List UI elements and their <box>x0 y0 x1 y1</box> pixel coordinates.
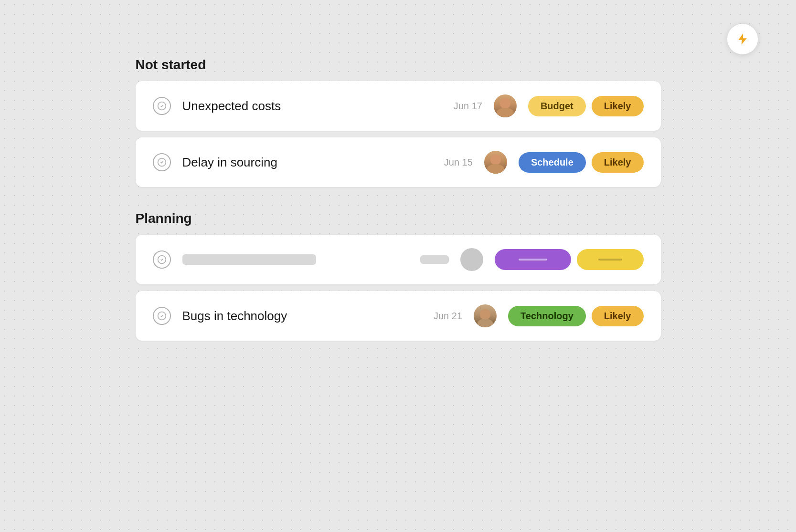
section-planning: Planning <box>136 211 661 341</box>
check-icon-loading <box>153 250 171 269</box>
tags-delay-sourcing: Schedule Likely <box>519 152 644 173</box>
avatar-loading <box>460 248 483 271</box>
task-name-delay-sourcing: Delay in sourcing <box>182 155 433 170</box>
tags-bugs-technology: Technology Likely <box>508 306 643 326</box>
tags-loading <box>495 249 644 270</box>
check-icon-bugs-technology[interactable] <box>153 307 171 325</box>
check-icon-delay-sourcing[interactable] <box>153 153 171 171</box>
section-not-started: Not started Unexpected costs Jun 17 Budg… <box>136 57 661 187</box>
task-date-loading <box>420 255 449 264</box>
tag-likely-2[interactable]: Likely <box>592 152 644 173</box>
task-name-loading <box>182 254 316 265</box>
avatar-bugs-technology <box>474 304 497 327</box>
task-name-bugs-technology: Bugs in technology <box>182 309 422 323</box>
check-icon-unexpected-costs[interactable] <box>153 97 171 115</box>
task-date-unexpected-costs: Jun 17 <box>454 101 482 112</box>
tag-likely-3[interactable]: Likely <box>592 306 644 326</box>
tag-likely-1[interactable]: Likely <box>592 96 644 116</box>
card-bugs-technology[interactable]: Bugs in technology Jun 21 Technology Lik… <box>136 291 661 341</box>
main-container: Not started Unexpected costs Jun 17 Budg… <box>136 57 661 347</box>
tag-budget[interactable]: Budget <box>528 96 586 116</box>
section-title-planning: Planning <box>136 211 661 226</box>
lightning-button[interactable] <box>727 24 758 54</box>
lightning-icon <box>736 32 749 46</box>
task-date-delay-sourcing: Jun 15 <box>444 157 473 168</box>
card-loading[interactable] <box>136 235 661 284</box>
tags-unexpected-costs: Budget Likely <box>528 96 644 116</box>
avatar-delay-sourcing <box>484 151 507 174</box>
card-unexpected-costs[interactable]: Unexpected costs Jun 17 Budget Likely <box>136 81 661 131</box>
avatar-unexpected-costs <box>494 94 517 117</box>
task-name-unexpected-costs: Unexpected costs <box>182 99 442 114</box>
tag-schedule[interactable]: Schedule <box>519 152 586 173</box>
card-delay-sourcing[interactable]: Delay in sourcing Jun 15 Schedule Likely <box>136 137 661 187</box>
tag-blur-yellow <box>577 249 644 270</box>
task-date-bugs-technology: Jun 21 <box>434 311 462 322</box>
tag-technology[interactable]: Technology <box>508 306 586 326</box>
section-title-not-started: Not started <box>136 57 661 73</box>
tag-blur-purple <box>495 249 571 270</box>
